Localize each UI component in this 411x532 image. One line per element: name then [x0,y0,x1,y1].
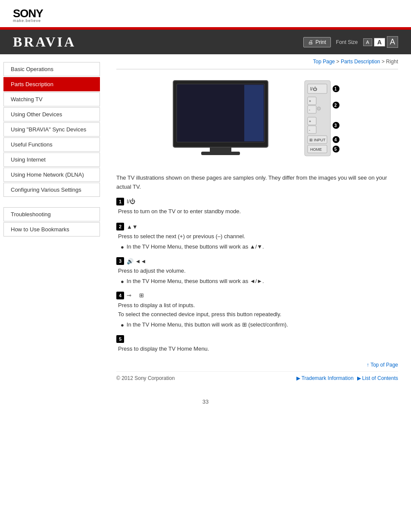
contents-arrow: ▶ [357,375,361,381]
section-3-bullet: ● In the TV Home Menu, these buttons wil… [116,278,398,285]
section-2-desc: Press to select the next (+) or previous… [116,232,398,241]
page-number: 33 [0,390,411,414]
breadcrumb-current: Right [386,59,398,65]
svg-text:+: + [309,119,311,124]
svg-text:4: 4 [334,137,337,142]
sidebar-item-using-home-network[interactable]: Using Home Network (DLNA) [3,168,100,182]
section-1-desc: Press to turn on the TV or to enter stan… [116,207,398,216]
font-small-button[interactable]: A [363,38,372,46]
breadcrumb-sep1: > [336,59,341,65]
trademark-label: Trademark Information [302,375,354,381]
section-4-bullet-text: In the TV Home Menu, this button will wo… [127,321,288,328]
intro-text: The TV illustrations shown on these page… [116,174,398,192]
sidebar-item-using-bravia-sync[interactable]: Using "BRAVIA" Sync Devices [3,122,100,137]
bullet-dot-3: ● [121,278,124,285]
sidebar: Basic Operations Parts Description Watch… [0,54,103,390]
contents-label: List of Contents [362,375,398,381]
svg-point-16 [317,107,321,110]
section-5-header: 5 [116,335,398,343]
trademark-link[interactable]: ▶ Trademark Information [296,375,354,381]
section-1-icon: I/⏻ [127,198,135,205]
sidebar-item-basic-operations[interactable]: Basic Operations [3,62,100,76]
section-4-header: 4 ⊸ ⊞ [116,292,398,299]
svg-text:HOME: HOME [310,147,322,152]
svg-text:-: - [309,128,310,132]
sony-logo: SONY make.believe [13,8,398,23]
sidebar-item-how-to-use-bookmarks[interactable]: How to Use Bookmarks [3,222,100,236]
svg-text:-: - [309,108,310,112]
font-large-button[interactable]: A [387,36,398,48]
section-4-bullet: ● In the TV Home Menu, this button will … [116,321,398,328]
sidebar-item-parts-description[interactable]: Parts Description [3,77,100,91]
bravia-header: BRAVIA 🖨 Print Font Size A A A [0,30,411,54]
top-of-page-arrow: ↑ [367,362,371,368]
footer-right-links: ▶ Trademark Information ▶ List of Conten… [296,375,398,381]
breadcrumb-parts-desc[interactable]: Parts Description [341,59,380,65]
section-4-num: 4 [116,292,124,299]
svg-rect-4 [201,152,240,155]
print-icon: 🖨 [308,39,313,45]
section-4-desc-2: To select the connected device input, pr… [116,310,398,319]
sidebar-divider [0,198,103,206]
section-3: 3 🔊 ◄◄ Press to adjust the volume. ● In … [116,257,398,285]
top-of-page-link[interactable]: ↑ Top of Page [116,362,398,368]
section-2-num: 2 [116,223,124,230]
breadcrumb-top-page[interactable]: Top Page [313,59,335,65]
main-layout: Basic Operations Parts Description Watch… [0,54,411,390]
trademark-arrow: ▶ [296,375,300,381]
section-2: 2 ▲▼ Press to select the next (+) or pre… [116,223,398,250]
content-area: Top Page > Parts Description > Right [103,54,411,390]
sony-header: SONY make.believe [0,0,411,27]
sidebar-item-troubleshooting[interactable]: Troubleshooting [3,207,100,221]
section-5: 5 Press to display the TV Home Menu. [116,335,398,354]
header-controls: 🖨 Print Font Size A A A [303,36,398,48]
copyright: © 2012 Sony Corporation [116,375,175,381]
bullet-dot: ● [121,244,124,250]
sidebar-item-watching-tv[interactable]: Watching TV [3,92,100,106]
svg-text:3: 3 [334,123,337,128]
section-4: 4 ⊸ ⊞ Press to display a list of inputs.… [116,292,398,328]
svg-text:+: + [309,99,311,103]
section-4-desc-1: Press to display a list of inputs. [116,301,398,310]
sidebar-item-useful-functions[interactable]: Useful Functions [3,137,100,152]
svg-text:⊞ INPUT: ⊞ INPUT [309,138,326,142]
print-button[interactable]: 🖨 Print [303,37,331,47]
section-1: 1 I/⏻ Press to turn on the TV or to ente… [116,198,398,216]
section-3-num: 3 [116,257,124,265]
section-3-bullet-text: In the TV Home Menu, these buttons will … [127,278,264,284]
svg-text:1: 1 [334,87,337,91]
content-divider [116,69,398,69]
svg-rect-2 [244,85,264,141]
sidebar-item-using-internet[interactable]: Using Internet [3,152,100,167]
top-of-page-label: Top of Page [371,362,398,368]
svg-text:2: 2 [334,103,337,108]
sony-logo-text: SONY [13,8,398,19]
section-2-icon: ▲▼ [127,224,138,230]
sidebar-item-configuring-various[interactable]: Configuring Various Settings [3,183,100,197]
section-5-desc: Press to display the TV Home Menu. [116,345,398,354]
sidebar-item-using-other-devices[interactable]: Using Other Devices [3,107,100,121]
contents-link[interactable]: ▶ List of Contents [357,375,398,381]
section-3-header: 3 🔊 ◄◄ [116,257,398,265]
svg-text:5: 5 [334,147,337,152]
breadcrumb: Top Page > Parts Description > Right [116,54,398,67]
section-2-header: 2 ▲▼ [116,223,398,230]
bravia-title: BRAVIA [13,34,76,50]
font-size-label: Font Size [336,39,358,45]
section-1-header: 1 I/⏻ [116,198,398,205]
footer-area: ↑ Top of Page © 2012 Sony Corporation ▶ … [116,362,398,381]
bullet-dot-4: ● [121,322,124,328]
section-2-bullet: ● In the TV Home Menu, these buttons wil… [116,243,398,250]
font-size-buttons: A A A [363,36,398,48]
print-label: Print [315,39,326,45]
section-4-icon: ⊸ ⊞ [127,292,144,299]
breadcrumb-sep2: > [382,59,386,65]
section-3-icon: 🔊 ◄◄ [127,258,146,264]
tv-illustration: I/⏻ 1 + - 2 + - 3 [116,76,398,167]
section-2-bullet-text: In the TV Home Menu, these buttons will … [127,243,264,250]
buttons-panel-svg: I/⏻ 1 + - 2 + - 3 [302,76,346,167]
svg-rect-3 [210,147,231,152]
tv-svg [169,76,298,167]
font-medium-button[interactable]: A [374,38,385,47]
section-5-num: 5 [116,335,124,343]
